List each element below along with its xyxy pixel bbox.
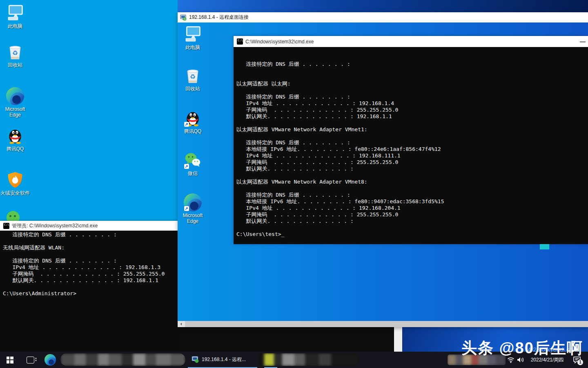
remote-icon-this-pc[interactable]: 此电脑	[178, 25, 208, 50]
shortcut-arrow-icon	[184, 122, 189, 127]
desktop-icon-label: 回收站	[8, 62, 22, 68]
desktop-icon-huorong[interactable]: 火绒安全软件	[0, 171, 30, 196]
local-cmd-titlebar[interactable]: 管理员: C:\Windows\system32\cmd.exe	[0, 221, 178, 231]
shortcut-arrow-icon	[184, 206, 189, 211]
remote-icon-wechat[interactable]: 微信	[178, 151, 208, 176]
background-band-white	[394, 327, 402, 352]
qq-icon	[6, 127, 24, 145]
desktop-icon-qq[interactable]: 腾讯QQ	[0, 127, 30, 152]
rdp-titlebar[interactable]: 192.168.1.4 - 远程桌面连接	[178, 12, 588, 22]
censored-taskbar-item	[258, 353, 359, 366]
huorong-shield-icon	[6, 171, 24, 189]
desktop-icon-label: 此电脑	[8, 23, 22, 29]
wechat-icon	[184, 151, 202, 169]
edge-icon	[184, 193, 202, 211]
remote-icon-recycle-bin[interactable]: ♻ 回收站	[178, 67, 208, 92]
shortcut-arrow-icon	[184, 164, 189, 169]
censored-taskbar-items	[60, 353, 185, 366]
remote-icon-edge[interactable]: Microsoft Edge	[178, 193, 208, 224]
render-artifact	[540, 244, 549, 249]
rdp-icon	[180, 14, 187, 21]
scroll-left-button[interactable]: ‹	[178, 321, 185, 327]
desktop-icon-label: 此电脑	[185, 45, 200, 50]
remote-desktop: 此电脑 ♻ 回收站	[178, 22, 588, 321]
remote-cmd-title: C:\Windows\system32\cmd.exe	[245, 39, 314, 45]
task-view-button[interactable]	[21, 352, 39, 368]
edge-icon	[6, 87, 24, 105]
rdp-icon	[192, 356, 199, 363]
remote-cmd-titlebar[interactable]: C:\Windows\system32\cmd.exe —	[234, 36, 588, 47]
taskbar-button-label: 192.168.1.4 - 远程...	[202, 356, 246, 363]
rdp-window: 192.168.1.4 - 远程桌面连接 此电脑	[178, 12, 588, 327]
start-button[interactable]	[0, 352, 20, 368]
desktop-icon-label: Microsoft Edge	[0, 106, 30, 118]
rdp-window-title: 192.168.1.4 - 远程桌面连接	[189, 14, 249, 21]
clipped-output-line: 连接特定的 DNS 后缀 . . . . . . . :	[236, 61, 588, 67]
desktop-icon-recycle-bin[interactable]: ♻ 回收站	[0, 43, 30, 68]
rdp-taskbar-button[interactable]: 192.168.1.4 - 远程...	[188, 352, 257, 368]
pixelated-blur	[258, 353, 359, 366]
recycle-bin-icon: ♻	[184, 67, 202, 85]
desktop: 此电脑 ♻ 回收站 Microsoft Edge	[0, 0, 588, 368]
cmd-icon	[237, 38, 243, 45]
local-cmd-output[interactable]: 连接特定的 DNS 后缀 . . . . . . . : 无线局域网适配器 WL…	[0, 231, 178, 352]
background-band-black	[178, 327, 394, 352]
desktop-icon-label: 回收站	[185, 86, 200, 92]
rdp-horizontal-scrollbar[interactable]: ‹	[178, 321, 588, 327]
svg-text:♻: ♻	[12, 49, 18, 56]
desktop-icon-label: 腾讯QQ	[184, 128, 202, 134]
desktop-icon-label: 火绒安全软件	[0, 190, 30, 196]
qq-icon	[184, 109, 202, 127]
task-view-icon	[27, 357, 34, 364]
desktop-icon-label: Microsoft Edge	[178, 213, 208, 224]
notification-badge: 1	[577, 359, 583, 365]
remote-icon-qq[interactable]: 腾讯QQ	[178, 109, 208, 134]
desktop-icon-label: 腾讯QQ	[7, 146, 24, 152]
edge-taskbar-button[interactable]	[41, 352, 60, 368]
edge-icon	[45, 354, 56, 366]
watermark-faint-text: 4-23.0-kyoudi.com	[528, 346, 578, 353]
desktop-icon-label: 微信	[188, 171, 198, 176]
pixelated-blur	[60, 353, 185, 366]
scrollbar-track[interactable]	[185, 321, 588, 327]
remote-cmd-lines: 以太网适配器 以太网: 连接特定的 DNS 后缀 . . . . . . . :…	[236, 81, 588, 87]
remote-cmd-window: C:\Windows\system32\cmd.exe — 连接特定的 DNS …	[234, 36, 588, 244]
recycle-bin-icon: ♻	[6, 43, 24, 61]
this-pc-icon	[184, 25, 202, 43]
desktop-icon-this-pc[interactable]: 此电脑	[0, 4, 30, 29]
cmd-icon	[3, 223, 9, 229]
svg-text:♻: ♻	[190, 73, 196, 80]
local-cmd-window: 管理员: C:\Windows\system32\cmd.exe 连接特定的 D…	[0, 221, 178, 352]
local-cmd-title: 管理员: C:\Windows\system32\cmd.exe	[12, 222, 98, 229]
this-pc-icon	[6, 4, 24, 22]
background-banner-top	[178, 0, 588, 12]
remote-cmd-output[interactable]: 连接特定的 DNS 后缀 . . . . . . . : 以太网适配器 以太网:…	[234, 47, 588, 244]
windows-logo-icon	[7, 357, 13, 364]
desktop-icon-edge[interactable]: Microsoft Edge	[0, 87, 30, 118]
minimize-button[interactable]: —	[580, 40, 586, 43]
